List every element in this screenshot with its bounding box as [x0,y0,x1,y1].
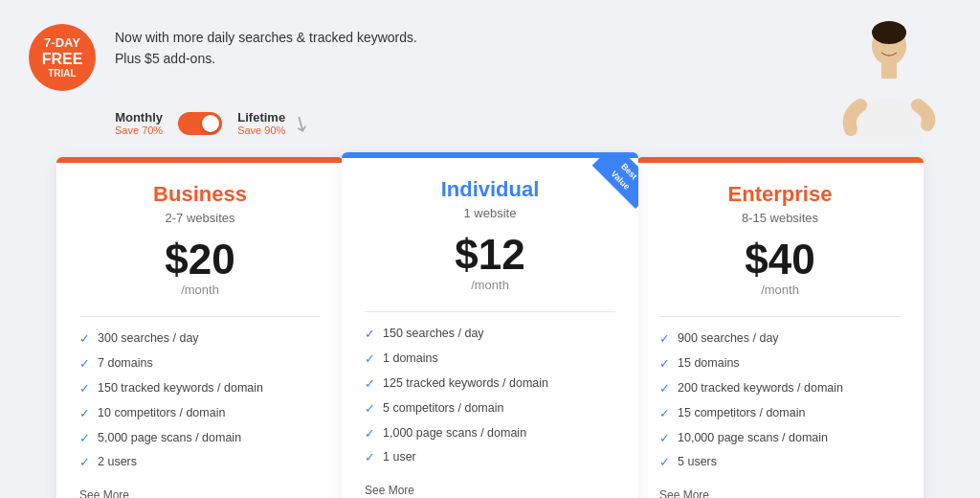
list-item: ✓15 competitors / domain [659,405,901,422]
business-title: Business [79,182,321,207]
business-period: /month [79,283,321,297]
individual-see-more[interactable]: See More [365,484,615,497]
check-icon: ✓ [79,356,90,373]
business-subtitle: 2-7 websites [79,211,321,225]
check-icon: ✓ [659,331,670,348]
monthly-option: Monthly Save 70% [115,110,163,136]
check-icon: ✓ [365,426,375,442]
check-icon: ✓ [79,406,90,422]
check-icon: ✓ [659,406,670,422]
badge-free: FREE [42,50,83,68]
check-icon: ✓ [365,401,375,418]
check-icon: ✓ [659,356,670,373]
check-icon: ✓ [79,331,90,348]
enterprise-subtitle: 8-15 websites [659,211,901,225]
business-price: $20 /month [79,238,321,297]
individual-amount: $12 [455,231,524,278]
list-item: ✓2 users [79,454,321,471]
header-text: Now with more daily searches & tracked k… [115,19,417,70]
list-item: ✓15 domains [659,355,901,373]
list-item: ✓1,000 page scans / domain [365,425,615,442]
check-icon: ✓ [365,351,375,368]
check-icon: ✓ [365,450,375,466]
lifetime-label: Lifetime [237,110,285,124]
individual-price: $12 /month [365,234,615,292]
enterprise-amount: $40 [745,236,814,283]
badge-days: 7-DAY [44,35,80,51]
svg-point-1 [872,21,906,44]
list-item: ✓5,000 page scans / domain [79,430,321,447]
lifetime-option: Lifetime Save 90% [237,110,285,136]
check-icon: ✓ [79,431,90,447]
individual-title: Individual [365,177,615,202]
list-item: ✓1 user [365,449,615,466]
individual-period: /month [365,278,615,292]
monthly-label: Monthly [115,110,163,124]
list-item: ✓300 searches / day [79,330,321,348]
list-item: ✓7 domains [79,355,321,373]
billing-toggle-switch[interactable] [178,112,222,135]
pricing-cards: Business 2-7 websites $20 /month ✓300 se… [29,157,951,498]
check-icon: ✓ [659,431,670,447]
business-features: ✓300 searches / day ✓7 domains ✓150 trac… [79,330,321,479]
billing-toggle: Monthly Save 70% Lifetime Save 90% ↙ [115,110,951,136]
list-item: ✓5 users [659,454,901,471]
arrow-decoration: ↙ [288,108,316,139]
badge-trial: TRIAL [48,68,76,79]
check-icon: ✓ [365,327,375,343]
list-item: ✓900 searches / day [659,330,901,348]
individual-subtitle: 1 website [365,206,615,220]
individual-features: ✓150 searches / day ✓1 domains ✓125 trac… [365,326,615,474]
enterprise-see-more[interactable]: See More [659,488,901,498]
list-item: ✓1 domains [365,351,615,368]
monthly-save: Save 70% [115,124,163,136]
list-item: ✓5 competitors / domain [365,400,615,418]
enterprise-period: /month [659,283,901,297]
business-see-more[interactable]: See More [79,488,321,498]
check-icon: ✓ [659,381,670,397]
business-amount: $20 [165,236,234,283]
check-icon: ✓ [79,381,90,397]
enterprise-title: Enterprise [659,182,901,207]
list-item: ✓200 tracked keywords / domain [659,380,901,397]
check-icon: ✓ [79,455,90,471]
check-icon: ✓ [365,376,375,393]
enterprise-price: $40 /month [659,238,901,297]
list-item: ✓10 competitors / domain [79,405,321,422]
free-trial-badge: 7-DAY FREE TRIAL [29,24,96,91]
header-line2: Plus $5 add-ons. [115,48,417,69]
individual-card: Individual 1 website $12 /month ✓150 sea… [342,152,638,498]
svg-point-0 [872,27,906,65]
best-value-ribbon [581,152,638,210]
list-item: ✓150 tracked keywords / domain [79,380,321,397]
check-icon: ✓ [659,455,670,471]
list-item: ✓125 tracked keywords / domain [365,375,615,393]
list-item: ✓10,000 page scans / domain [659,430,901,447]
toggle-knob [202,115,219,132]
header-line1: Now with more daily searches & tracked k… [115,27,417,48]
business-card: Business 2-7 websites $20 /month ✓300 se… [56,157,344,498]
enterprise-features: ✓900 searches / day ✓15 domains ✓200 tra… [659,330,901,479]
enterprise-card: Enterprise 8-15 websites $40 /month ✓900… [636,157,924,498]
list-item: ✓150 searches / day [365,326,615,343]
svg-rect-2 [881,61,897,79]
lifetime-save: Save 90% [237,124,285,136]
